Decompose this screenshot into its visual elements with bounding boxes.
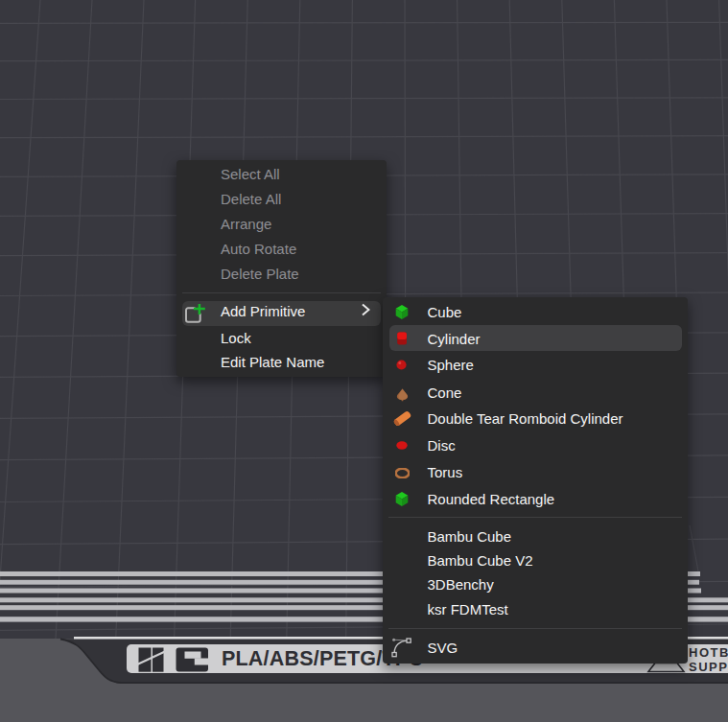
svg-text:HOTB: HOTB — [689, 645, 728, 660]
svg-text:SUPP: SUPP — [689, 660, 728, 674]
